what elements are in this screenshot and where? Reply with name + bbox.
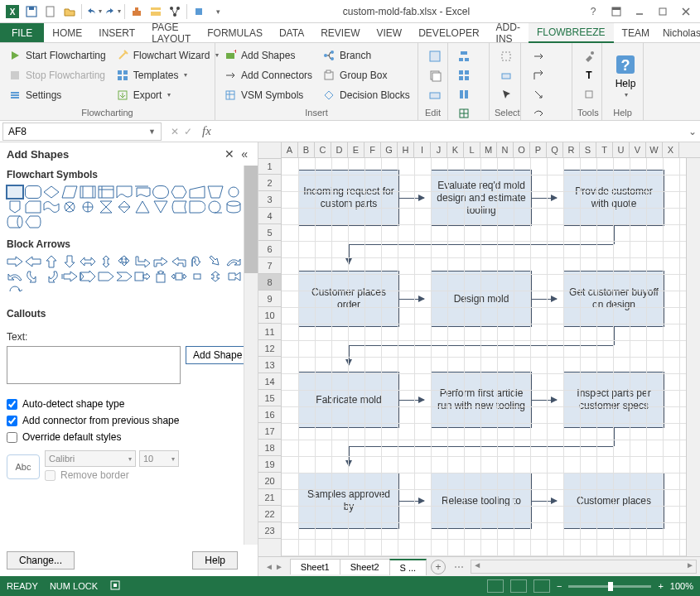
col-header[interactable]: T: [596, 142, 613, 157]
qat-icon-1[interactable]: [128, 2, 146, 21]
tab-home[interactable]: HOME: [44, 23, 90, 42]
shape-junction[interactable]: [61, 200, 78, 214]
export-button[interactable]: Export▾: [113, 85, 223, 104]
shape-offpage[interactable]: [7, 200, 23, 214]
groupbox-button[interactable]: Group Box: [319, 65, 413, 84]
row-header[interactable]: 20: [258, 473, 281, 489]
row-header[interactable]: 13: [258, 357, 281, 373]
col-header[interactable]: N: [497, 142, 514, 157]
col-header[interactable]: W: [646, 142, 663, 157]
col-header[interactable]: L: [464, 142, 480, 157]
shape-delay[interactable]: [189, 200, 205, 214]
col-header[interactable]: Q: [547, 142, 563, 157]
new-icon[interactable]: [41, 2, 60, 21]
sheet-nav[interactable]: ◄►: [258, 562, 290, 571]
tab-data[interactable]: DATA: [271, 23, 312, 42]
add-shapes-button[interactable]: +Add Shapes: [220, 46, 316, 65]
shape-document[interactable]: [116, 185, 133, 199]
taskpane-close-icon[interactable]: ✕: [221, 147, 238, 161]
arrow-quad[interactable]: [116, 255, 133, 268]
help-button[interactable]: Help: [192, 551, 238, 570]
flow-box-9[interactable]: Inspect parts per customer specs: [563, 372, 664, 428]
flow-box-7[interactable]: Fabricate mold: [298, 372, 399, 428]
arrow-right[interactable]: [7, 255, 23, 268]
arrow-callout1[interactable]: [134, 270, 151, 283]
excel-icon[interactable]: X: [3, 2, 22, 21]
arrow-curved1[interactable]: [225, 255, 242, 268]
tools-btn-3[interactable]: [579, 85, 599, 103]
layout-btn-4[interactable]: [455, 104, 473, 123]
row-headers[interactable]: 1234567891011121314151617181920212223: [258, 158, 282, 556]
minimize-icon[interactable]: [629, 2, 650, 21]
col-header[interactable]: U: [613, 142, 630, 157]
shape-multidoc[interactable]: [134, 185, 151, 199]
autodetect-checkbox[interactable]: Auto-detect shape type: [7, 396, 258, 412]
col-header[interactable]: J: [431, 142, 447, 157]
arrow-down[interactable]: [61, 255, 78, 268]
arrow-chev[interactable]: [116, 270, 133, 283]
flow-box-4[interactable]: Customer places order: [298, 271, 399, 327]
arrow-callout2[interactable]: [152, 270, 169, 283]
formula-input[interactable]: [215, 123, 685, 141]
row-header[interactable]: 17: [258, 423, 281, 440]
shape-direct[interactable]: [7, 215, 23, 228]
row-header[interactable]: 16: [258, 406, 281, 423]
arrow-callout4[interactable]: [189, 270, 205, 283]
row-header[interactable]: 3: [258, 191, 281, 208]
layout-btn-3[interactable]: [455, 85, 473, 103]
col-header[interactable]: D: [331, 142, 348, 157]
vsm-symbols-button[interactable]: VSM Symbols: [220, 85, 316, 104]
arrow-curved2[interactable]: [7, 270, 23, 283]
arrow-left[interactable]: [25, 255, 41, 268]
col-header[interactable]: K: [447, 142, 464, 157]
zoom-level[interactable]: 100%: [670, 581, 693, 591]
tab-insert[interactable]: INSERT: [90, 23, 143, 42]
shape-collate[interactable]: [98, 200, 114, 214]
shape-decision[interactable]: [43, 185, 60, 199]
col-header[interactable]: I: [414, 142, 431, 157]
view-layout-icon[interactable]: [510, 579, 527, 593]
qat-icon-3[interactable]: [166, 2, 184, 21]
shape-extract[interactable]: [134, 200, 151, 214]
arrow-leftright[interactable]: [80, 255, 96, 268]
shape-data[interactable]: [61, 185, 78, 199]
layout-btn-2[interactable]: [455, 66, 473, 84]
row-header[interactable]: 6: [258, 241, 281, 257]
tab-review[interactable]: REVIEW: [312, 23, 368, 42]
flowchart-wizard-button[interactable]: Flowchart Wizard▾: [113, 46, 223, 65]
flow-box-5[interactable]: Design mold: [431, 271, 532, 327]
shape-internal[interactable]: [98, 185, 114, 199]
shape-alt-process[interactable]: [25, 185, 41, 199]
cells[interactable]: Incoming request for custom parts Evalua…: [282, 158, 686, 556]
row-header[interactable]: 9: [258, 291, 281, 307]
col-header[interactable]: E: [348, 142, 364, 157]
help-button[interactable]: ? Help▾: [607, 46, 644, 106]
sheet-tab-3[interactable]: S ...: [389, 559, 427, 575]
taskpane-collapse-icon[interactable]: «: [238, 147, 251, 161]
row-header[interactable]: 18: [258, 440, 281, 456]
row-header[interactable]: 10: [258, 307, 281, 324]
taskpane-scrollbar[interactable]: [244, 166, 258, 545]
shape-terminator[interactable]: [152, 185, 169, 199]
shape-process[interactable]: [7, 185, 23, 199]
arrow-curved3[interactable]: [25, 270, 41, 283]
select-all-corner[interactable]: [258, 142, 282, 159]
row-header[interactable]: 4: [258, 208, 281, 224]
arrow-stripe[interactable]: [61, 270, 78, 283]
arrow-up[interactable]: [43, 255, 60, 268]
row-header[interactable]: 11: [258, 324, 281, 340]
qat-icon-4[interactable]: [190, 2, 208, 21]
sheet-tab-2[interactable]: Sheet2: [340, 559, 390, 574]
col-header[interactable]: G: [381, 142, 398, 157]
arrow-circ[interactable]: [7, 285, 23, 298]
arrow-bent2[interactable]: [171, 255, 187, 268]
spreadsheet-grid[interactable]: ABCDEFGHIJKLMNOPQRSTUVWX 123456789101112…: [258, 142, 700, 576]
sheet-tab-1[interactable]: Sheet1: [290, 559, 340, 574]
row-header[interactable]: 21: [258, 489, 281, 506]
shape-or[interactable]: [80, 200, 96, 214]
conn-btn-2[interactable]: [528, 66, 549, 84]
view-pagebreak-icon[interactable]: [533, 579, 550, 593]
view-normal-icon[interactable]: [487, 579, 504, 593]
ribbon-display-icon[interactable]: [606, 2, 627, 21]
add-shape-button[interactable]: Add Shape: [186, 346, 249, 364]
